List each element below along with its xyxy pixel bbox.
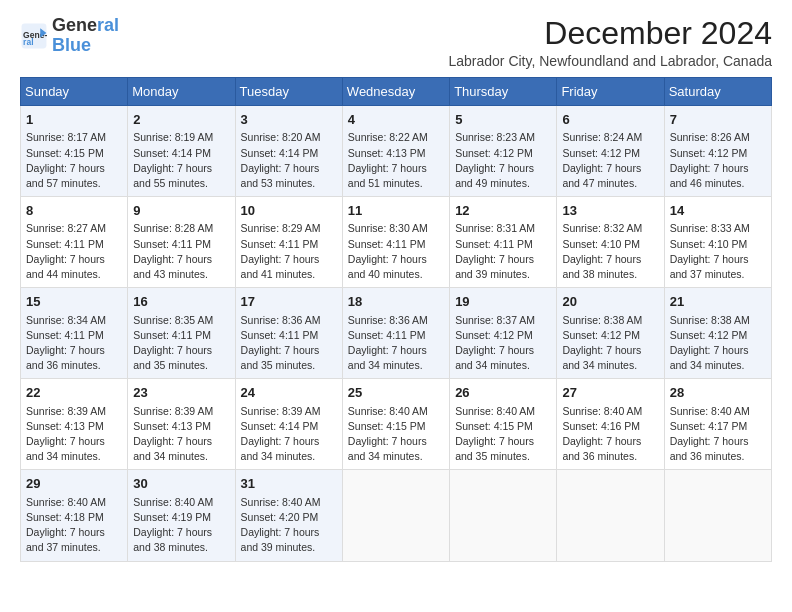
day-info: Sunrise: 8:33 AM Sunset: 4:10 PM Dayligh…: [670, 221, 766, 282]
calendar-header-tuesday: Tuesday: [235, 78, 342, 106]
day-number: 19: [455, 293, 551, 311]
day-number: 20: [562, 293, 658, 311]
day-number: 12: [455, 202, 551, 220]
day-info: Sunrise: 8:40 AM Sunset: 4:15 PM Dayligh…: [455, 404, 551, 465]
day-number: 30: [133, 475, 229, 493]
calendar-header-thursday: Thursday: [450, 78, 557, 106]
calendar-cell: 26Sunrise: 8:40 AM Sunset: 4:15 PM Dayli…: [450, 379, 557, 470]
day-info: Sunrise: 8:32 AM Sunset: 4:10 PM Dayligh…: [562, 221, 658, 282]
day-number: 9: [133, 202, 229, 220]
calendar-cell: [450, 470, 557, 561]
day-number: 31: [241, 475, 337, 493]
calendar-cell: 11Sunrise: 8:30 AM Sunset: 4:11 PM Dayli…: [342, 197, 449, 288]
calendar-cell: 15Sunrise: 8:34 AM Sunset: 4:11 PM Dayli…: [21, 288, 128, 379]
calendar-cell: 17Sunrise: 8:36 AM Sunset: 4:11 PM Dayli…: [235, 288, 342, 379]
calendar-cell: 23Sunrise: 8:39 AM Sunset: 4:13 PM Dayli…: [128, 379, 235, 470]
day-number: 18: [348, 293, 444, 311]
day-info: Sunrise: 8:30 AM Sunset: 4:11 PM Dayligh…: [348, 221, 444, 282]
day-number: 10: [241, 202, 337, 220]
day-info: Sunrise: 8:19 AM Sunset: 4:14 PM Dayligh…: [133, 130, 229, 191]
day-info: Sunrise: 8:37 AM Sunset: 4:12 PM Dayligh…: [455, 313, 551, 374]
calendar-cell: 4Sunrise: 8:22 AM Sunset: 4:13 PM Daylig…: [342, 106, 449, 197]
day-number: 22: [26, 384, 122, 402]
calendar-header-wednesday: Wednesday: [342, 78, 449, 106]
day-info: Sunrise: 8:40 AM Sunset: 4:15 PM Dayligh…: [348, 404, 444, 465]
calendar-cell: 16Sunrise: 8:35 AM Sunset: 4:11 PM Dayli…: [128, 288, 235, 379]
day-info: Sunrise: 8:31 AM Sunset: 4:11 PM Dayligh…: [455, 221, 551, 282]
day-info: Sunrise: 8:17 AM Sunset: 4:15 PM Dayligh…: [26, 130, 122, 191]
calendar-week-row: 22Sunrise: 8:39 AM Sunset: 4:13 PM Dayli…: [21, 379, 772, 470]
day-info: Sunrise: 8:29 AM Sunset: 4:11 PM Dayligh…: [241, 221, 337, 282]
day-number: 17: [241, 293, 337, 311]
day-number: 13: [562, 202, 658, 220]
calendar-cell: [342, 470, 449, 561]
day-info: Sunrise: 8:36 AM Sunset: 4:11 PM Dayligh…: [348, 313, 444, 374]
calendar-cell: 22Sunrise: 8:39 AM Sunset: 4:13 PM Dayli…: [21, 379, 128, 470]
day-info: Sunrise: 8:36 AM Sunset: 4:11 PM Dayligh…: [241, 313, 337, 374]
day-info: Sunrise: 8:39 AM Sunset: 4:13 PM Dayligh…: [133, 404, 229, 465]
day-number: 2: [133, 111, 229, 129]
day-number: 29: [26, 475, 122, 493]
calendar-cell: [557, 470, 664, 561]
subtitle: Labrador City, Newfoundland and Labrador…: [448, 53, 772, 69]
logo-icon: Gene- ral: [20, 22, 48, 50]
calendar-table: SundayMondayTuesdayWednesdayThursdayFrid…: [20, 77, 772, 561]
day-number: 16: [133, 293, 229, 311]
day-number: 1: [26, 111, 122, 129]
calendar-week-row: 8Sunrise: 8:27 AM Sunset: 4:11 PM Daylig…: [21, 197, 772, 288]
calendar-cell: 10Sunrise: 8:29 AM Sunset: 4:11 PM Dayli…: [235, 197, 342, 288]
calendar-cell: 7Sunrise: 8:26 AM Sunset: 4:12 PM Daylig…: [664, 106, 771, 197]
calendar-cell: 1Sunrise: 8:17 AM Sunset: 4:15 PM Daylig…: [21, 106, 128, 197]
calendar-cell: 25Sunrise: 8:40 AM Sunset: 4:15 PM Dayli…: [342, 379, 449, 470]
day-number: 5: [455, 111, 551, 129]
month-title: December 2024: [448, 16, 772, 51]
day-number: 11: [348, 202, 444, 220]
calendar-header-friday: Friday: [557, 78, 664, 106]
calendar-cell: 2Sunrise: 8:19 AM Sunset: 4:14 PM Daylig…: [128, 106, 235, 197]
calendar-cell: 31Sunrise: 8:40 AM Sunset: 4:20 PM Dayli…: [235, 470, 342, 561]
day-number: 8: [26, 202, 122, 220]
calendar-header-saturday: Saturday: [664, 78, 771, 106]
calendar-cell: 13Sunrise: 8:32 AM Sunset: 4:10 PM Dayli…: [557, 197, 664, 288]
day-info: Sunrise: 8:40 AM Sunset: 4:17 PM Dayligh…: [670, 404, 766, 465]
logo-text: General Blue: [52, 16, 119, 56]
day-info: Sunrise: 8:40 AM Sunset: 4:19 PM Dayligh…: [133, 495, 229, 556]
calendar-cell: 8Sunrise: 8:27 AM Sunset: 4:11 PM Daylig…: [21, 197, 128, 288]
day-info: Sunrise: 8:39 AM Sunset: 4:14 PM Dayligh…: [241, 404, 337, 465]
calendar-cell: 3Sunrise: 8:20 AM Sunset: 4:14 PM Daylig…: [235, 106, 342, 197]
calendar-cell: 12Sunrise: 8:31 AM Sunset: 4:11 PM Dayli…: [450, 197, 557, 288]
calendar-cell: 9Sunrise: 8:28 AM Sunset: 4:11 PM Daylig…: [128, 197, 235, 288]
day-info: Sunrise: 8:38 AM Sunset: 4:12 PM Dayligh…: [562, 313, 658, 374]
calendar-cell: [664, 470, 771, 561]
calendar-cell: 6Sunrise: 8:24 AM Sunset: 4:12 PM Daylig…: [557, 106, 664, 197]
day-info: Sunrise: 8:27 AM Sunset: 4:11 PM Dayligh…: [26, 221, 122, 282]
title-block: December 2024 Labrador City, Newfoundlan…: [448, 16, 772, 69]
calendar-week-row: 29Sunrise: 8:40 AM Sunset: 4:18 PM Dayli…: [21, 470, 772, 561]
calendar-cell: 21Sunrise: 8:38 AM Sunset: 4:12 PM Dayli…: [664, 288, 771, 379]
calendar-header-sunday: Sunday: [21, 78, 128, 106]
day-info: Sunrise: 8:23 AM Sunset: 4:12 PM Dayligh…: [455, 130, 551, 191]
calendar-cell: 29Sunrise: 8:40 AM Sunset: 4:18 PM Dayli…: [21, 470, 128, 561]
day-info: Sunrise: 8:35 AM Sunset: 4:11 PM Dayligh…: [133, 313, 229, 374]
day-info: Sunrise: 8:40 AM Sunset: 4:18 PM Dayligh…: [26, 495, 122, 556]
calendar-cell: 5Sunrise: 8:23 AM Sunset: 4:12 PM Daylig…: [450, 106, 557, 197]
day-info: Sunrise: 8:24 AM Sunset: 4:12 PM Dayligh…: [562, 130, 658, 191]
day-number: 21: [670, 293, 766, 311]
calendar-cell: 28Sunrise: 8:40 AM Sunset: 4:17 PM Dayli…: [664, 379, 771, 470]
day-number: 23: [133, 384, 229, 402]
day-number: 7: [670, 111, 766, 129]
day-number: 15: [26, 293, 122, 311]
day-number: 28: [670, 384, 766, 402]
day-info: Sunrise: 8:40 AM Sunset: 4:16 PM Dayligh…: [562, 404, 658, 465]
calendar-cell: 27Sunrise: 8:40 AM Sunset: 4:16 PM Dayli…: [557, 379, 664, 470]
day-info: Sunrise: 8:39 AM Sunset: 4:13 PM Dayligh…: [26, 404, 122, 465]
calendar-header-monday: Monday: [128, 78, 235, 106]
day-number: 3: [241, 111, 337, 129]
day-info: Sunrise: 8:20 AM Sunset: 4:14 PM Dayligh…: [241, 130, 337, 191]
calendar-cell: 20Sunrise: 8:38 AM Sunset: 4:12 PM Dayli…: [557, 288, 664, 379]
calendar-cell: 14Sunrise: 8:33 AM Sunset: 4:10 PM Dayli…: [664, 197, 771, 288]
day-info: Sunrise: 8:34 AM Sunset: 4:11 PM Dayligh…: [26, 313, 122, 374]
day-info: Sunrise: 8:40 AM Sunset: 4:20 PM Dayligh…: [241, 495, 337, 556]
day-info: Sunrise: 8:28 AM Sunset: 4:11 PM Dayligh…: [133, 221, 229, 282]
calendar-week-row: 15Sunrise: 8:34 AM Sunset: 4:11 PM Dayli…: [21, 288, 772, 379]
